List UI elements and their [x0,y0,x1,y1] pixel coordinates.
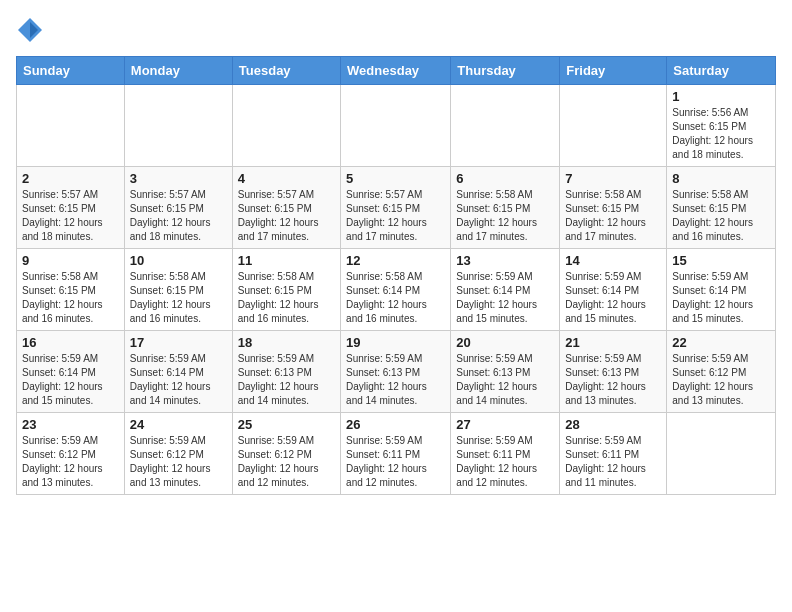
day-number: 25 [238,417,335,432]
calendar-cell: 6Sunrise: 5:58 AM Sunset: 6:15 PM Daylig… [451,167,560,249]
day-number: 23 [22,417,119,432]
day-info: Sunrise: 5:59 AM Sunset: 6:12 PM Dayligh… [22,434,119,490]
day-number: 2 [22,171,119,186]
day-info: Sunrise: 5:57 AM Sunset: 6:15 PM Dayligh… [22,188,119,244]
day-number: 5 [346,171,445,186]
logo-icon [16,16,44,44]
calendar-cell: 23Sunrise: 5:59 AM Sunset: 6:12 PM Dayli… [17,413,125,495]
day-info: Sunrise: 5:59 AM Sunset: 6:13 PM Dayligh… [238,352,335,408]
day-number: 8 [672,171,770,186]
calendar-cell: 1Sunrise: 5:56 AM Sunset: 6:15 PM Daylig… [667,85,776,167]
day-of-week-header: Tuesday [232,57,340,85]
day-number: 11 [238,253,335,268]
calendar-cell: 9Sunrise: 5:58 AM Sunset: 6:15 PM Daylig… [17,249,125,331]
day-info: Sunrise: 5:58 AM Sunset: 6:15 PM Dayligh… [22,270,119,326]
day-info: Sunrise: 5:57 AM Sunset: 6:15 PM Dayligh… [238,188,335,244]
calendar-cell [341,85,451,167]
calendar-cell [560,85,667,167]
day-info: Sunrise: 5:57 AM Sunset: 6:15 PM Dayligh… [130,188,227,244]
day-number: 15 [672,253,770,268]
day-number: 17 [130,335,227,350]
day-number: 10 [130,253,227,268]
day-number: 12 [346,253,445,268]
day-info: Sunrise: 5:59 AM Sunset: 6:14 PM Dayligh… [565,270,661,326]
day-number: 24 [130,417,227,432]
calendar-cell: 21Sunrise: 5:59 AM Sunset: 6:13 PM Dayli… [560,331,667,413]
day-number: 21 [565,335,661,350]
day-number: 18 [238,335,335,350]
day-of-week-header: Monday [124,57,232,85]
day-of-week-header: Saturday [667,57,776,85]
day-number: 1 [672,89,770,104]
day-number: 3 [130,171,227,186]
day-info: Sunrise: 5:59 AM Sunset: 6:11 PM Dayligh… [456,434,554,490]
calendar-cell: 26Sunrise: 5:59 AM Sunset: 6:11 PM Dayli… [341,413,451,495]
calendar-cell: 16Sunrise: 5:59 AM Sunset: 6:14 PM Dayli… [17,331,125,413]
calendar-cell: 19Sunrise: 5:59 AM Sunset: 6:13 PM Dayli… [341,331,451,413]
calendar-cell: 17Sunrise: 5:59 AM Sunset: 6:14 PM Dayli… [124,331,232,413]
day-number: 14 [565,253,661,268]
day-of-week-header: Friday [560,57,667,85]
calendar-cell: 25Sunrise: 5:59 AM Sunset: 6:12 PM Dayli… [232,413,340,495]
day-info: Sunrise: 5:59 AM Sunset: 6:14 PM Dayligh… [130,352,227,408]
day-info: Sunrise: 5:59 AM Sunset: 6:12 PM Dayligh… [238,434,335,490]
day-info: Sunrise: 5:59 AM Sunset: 6:13 PM Dayligh… [565,352,661,408]
calendar-cell: 11Sunrise: 5:58 AM Sunset: 6:15 PM Dayli… [232,249,340,331]
calendar-cell [17,85,125,167]
day-info: Sunrise: 5:59 AM Sunset: 6:11 PM Dayligh… [346,434,445,490]
day-info: Sunrise: 5:58 AM Sunset: 6:15 PM Dayligh… [238,270,335,326]
day-number: 9 [22,253,119,268]
day-number: 20 [456,335,554,350]
day-info: Sunrise: 5:59 AM Sunset: 6:13 PM Dayligh… [456,352,554,408]
day-info: Sunrise: 5:59 AM Sunset: 6:14 PM Dayligh… [22,352,119,408]
day-number: 28 [565,417,661,432]
calendar-week-row: 9Sunrise: 5:58 AM Sunset: 6:15 PM Daylig… [17,249,776,331]
calendar-cell: 18Sunrise: 5:59 AM Sunset: 6:13 PM Dayli… [232,331,340,413]
calendar-cell: 20Sunrise: 5:59 AM Sunset: 6:13 PM Dayli… [451,331,560,413]
day-of-week-header: Sunday [17,57,125,85]
calendar-cell: 15Sunrise: 5:59 AM Sunset: 6:14 PM Dayli… [667,249,776,331]
day-info: Sunrise: 5:57 AM Sunset: 6:15 PM Dayligh… [346,188,445,244]
calendar: SundayMondayTuesdayWednesdayThursdayFrid… [16,56,776,495]
day-of-week-header: Wednesday [341,57,451,85]
day-number: 19 [346,335,445,350]
calendar-week-row: 16Sunrise: 5:59 AM Sunset: 6:14 PM Dayli… [17,331,776,413]
calendar-cell [232,85,340,167]
day-number: 6 [456,171,554,186]
day-number: 22 [672,335,770,350]
day-number: 16 [22,335,119,350]
day-info: Sunrise: 5:58 AM Sunset: 6:15 PM Dayligh… [672,188,770,244]
calendar-cell: 5Sunrise: 5:57 AM Sunset: 6:15 PM Daylig… [341,167,451,249]
day-number: 7 [565,171,661,186]
calendar-cell [451,85,560,167]
calendar-cell [124,85,232,167]
calendar-cell: 7Sunrise: 5:58 AM Sunset: 6:15 PM Daylig… [560,167,667,249]
calendar-cell: 2Sunrise: 5:57 AM Sunset: 6:15 PM Daylig… [17,167,125,249]
day-info: Sunrise: 5:58 AM Sunset: 6:14 PM Dayligh… [346,270,445,326]
day-info: Sunrise: 5:59 AM Sunset: 6:14 PM Dayligh… [672,270,770,326]
calendar-header-row: SundayMondayTuesdayWednesdayThursdayFrid… [17,57,776,85]
day-info: Sunrise: 5:58 AM Sunset: 6:15 PM Dayligh… [565,188,661,244]
day-info: Sunrise: 5:56 AM Sunset: 6:15 PM Dayligh… [672,106,770,162]
day-of-week-header: Thursday [451,57,560,85]
calendar-cell: 13Sunrise: 5:59 AM Sunset: 6:14 PM Dayli… [451,249,560,331]
calendar-cell: 24Sunrise: 5:59 AM Sunset: 6:12 PM Dayli… [124,413,232,495]
day-info: Sunrise: 5:59 AM Sunset: 6:12 PM Dayligh… [130,434,227,490]
calendar-cell: 22Sunrise: 5:59 AM Sunset: 6:12 PM Dayli… [667,331,776,413]
day-info: Sunrise: 5:59 AM Sunset: 6:11 PM Dayligh… [565,434,661,490]
calendar-cell: 3Sunrise: 5:57 AM Sunset: 6:15 PM Daylig… [124,167,232,249]
day-number: 26 [346,417,445,432]
day-info: Sunrise: 5:59 AM Sunset: 6:13 PM Dayligh… [346,352,445,408]
calendar-cell: 10Sunrise: 5:58 AM Sunset: 6:15 PM Dayli… [124,249,232,331]
calendar-week-row: 23Sunrise: 5:59 AM Sunset: 6:12 PM Dayli… [17,413,776,495]
day-info: Sunrise: 5:59 AM Sunset: 6:12 PM Dayligh… [672,352,770,408]
calendar-cell: 14Sunrise: 5:59 AM Sunset: 6:14 PM Dayli… [560,249,667,331]
day-number: 4 [238,171,335,186]
logo [16,16,48,44]
day-info: Sunrise: 5:58 AM Sunset: 6:15 PM Dayligh… [130,270,227,326]
calendar-week-row: 2Sunrise: 5:57 AM Sunset: 6:15 PM Daylig… [17,167,776,249]
calendar-cell: 8Sunrise: 5:58 AM Sunset: 6:15 PM Daylig… [667,167,776,249]
day-number: 27 [456,417,554,432]
calendar-cell: 27Sunrise: 5:59 AM Sunset: 6:11 PM Dayli… [451,413,560,495]
calendar-week-row: 1Sunrise: 5:56 AM Sunset: 6:15 PM Daylig… [17,85,776,167]
